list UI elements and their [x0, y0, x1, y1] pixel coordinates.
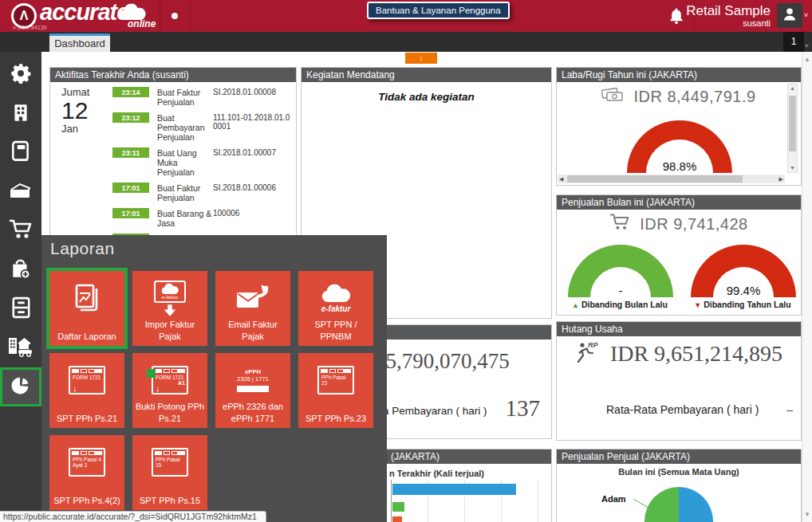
- purchase-bag-icon: [10, 257, 32, 283]
- scroll-down-icon[interactable]: ▼: [802, 511, 812, 518]
- divider: [160, 0, 160, 32]
- notification-dot: [147, 369, 156, 378]
- activity-row[interactable]: 23:11Buat Uang Muka PenjualanSI.2018.01.…: [112, 147, 293, 177]
- sidebar-item-company[interactable]: [0, 94, 41, 133]
- sidebar-item-journal[interactable]: [0, 133, 41, 172]
- tile-label: Impor Faktur Pajak: [134, 319, 206, 342]
- tabbar: Dashboard 1 ˅: [0, 32, 812, 52]
- laporan-tile-spt-pph-ps-23[interactable]: PPh Pasal 23SPT PPh Ps.23: [298, 353, 373, 428]
- logo-text: accurate: [40, 0, 128, 26]
- company-name: Retail Sample: [595, 3, 771, 19]
- tab-dashboard[interactable]: Dashboard: [49, 33, 110, 52]
- activity-reference: 100006: [213, 208, 293, 218]
- activity-time-badge: 17:01: [112, 183, 149, 193]
- topbar: Λ accurate online v 1.0.0 #4139 Retail S…: [0, 0, 812, 32]
- user-menu-button[interactable]: [777, 3, 802, 28]
- settings-icon: [10, 62, 32, 88]
- sidebar-item-fixed-assets[interactable]: [0, 328, 41, 367]
- sidebar-item-sales[interactable]: [0, 211, 41, 250]
- arrow-down-icon: ▼: [694, 301, 701, 309]
- pie-slice-label: Adam: [601, 494, 626, 504]
- tile-label: SPT PPh Ps.4(2): [51, 495, 123, 506]
- sidebar-item-inventory[interactable]: [0, 289, 41, 328]
- scrollbar-thumb[interactable]: [567, 175, 743, 183]
- activity-row[interactable]: 23:14Buat Faktur PenjualanSI.2018.01.000…: [112, 87, 293, 107]
- gauge-value: 99.4%: [713, 284, 774, 297]
- activity-row[interactable]: 17:01Buat Barang & Jasa100006: [112, 208, 293, 228]
- scrollbar-thumb[interactable]: [789, 96, 796, 151]
- laporan-tile-spt-pph-ps-15[interactable]: PPh Pasal 15SPT PPh Ps.15: [132, 435, 207, 510]
- cash-icon: [9, 180, 33, 204]
- tile-label: Daftar Laporan: [51, 331, 123, 342]
- journal-icon: [10, 140, 31, 166]
- efaktur-cloud-icon: e-faktur: [298, 277, 373, 319]
- reports-pie-icon: [10, 375, 32, 400]
- laporan-tile-spt-pph-ps-21[interactable]: FORM 1721↓SPT PPh Ps.21: [49, 353, 124, 428]
- sidebar-item-cash-bank[interactable]: [0, 172, 41, 211]
- panel-title: Aktifitas Terakhir Anda (susanti): [50, 68, 296, 82]
- tab-count-button[interactable]: 1: [783, 32, 804, 52]
- activity-action: Buat Uang Muka Penjualan: [149, 147, 213, 177]
- panel-vertical-scrollbar[interactable]: ▲ ▼: [787, 84, 798, 173]
- laporan-tile-impor-faktur-pajak[interactable]: e-fakturImpor Faktur Pajak: [132, 271, 207, 346]
- gauge-vs-tahun-lalu: 99.4%: [691, 245, 796, 297]
- panel-penjualan-bulan-ini: Penjualan Bulan ini (JAKARTA) IDR 9,741,…: [556, 194, 802, 316]
- menu-title: Laporan: [50, 239, 115, 258]
- activity-action: Buat Barang & Jasa: [149, 208, 213, 228]
- cart-icon: [609, 213, 630, 235]
- help-tooltip: Bantuan & Layanan Pengguna: [367, 2, 510, 19]
- collapse-panel-button[interactable]: ↓: [405, 53, 437, 64]
- gauge-value: 98.8%: [646, 159, 713, 173]
- scroll-up-icon[interactable]: ▲: [788, 84, 797, 92]
- form-icon: PPh Pasal 4 Ayat 2: [49, 442, 124, 483]
- sidebar-item-purchases[interactable]: [0, 250, 41, 289]
- scroll-right-icon[interactable]: ▶: [779, 175, 783, 183]
- sidebar: [0, 52, 41, 522]
- sidebar-item-settings[interactable]: [0, 55, 41, 94]
- page-scrollbar[interactable]: ▲ ▼: [802, 52, 812, 522]
- activity-row[interactable]: 23:12Buat Pembayaran Penjualan111.101-01…: [112, 112, 293, 142]
- company-icon: [10, 102, 31, 126]
- menu-dot-icon[interactable]: [171, 13, 178, 19]
- metric-label: Rata-Rata Pembayaran ( hari ): [606, 403, 759, 416]
- activity-reference: SI.2018.01.00008: [213, 87, 293, 96]
- scroll-up-icon[interactable]: ▲: [802, 56, 812, 63]
- chevron-down-icon[interactable]: ˅: [805, 42, 809, 49]
- activity-action: Buat Faktur Penjualan: [149, 183, 213, 202]
- money-icon: [601, 87, 624, 106]
- gauge-laba-rugi: 98.8%: [627, 120, 732, 173]
- day-name: Jumat: [61, 86, 112, 98]
- laporan-tile-epph-2326-dan-epph-1771[interactable]: ePPH2326 | 1771ePPh 2326 dan ePPh 1771: [215, 353, 290, 428]
- scroll-left-icon[interactable]: ◀: [559, 175, 563, 183]
- sidebar-item-reports[interactable]: [0, 367, 41, 406]
- laporan-tile-spt-pph-ps-4-2[interactable]: PPh Pasal 4 Ayat 2SPT PPh Ps.4(2): [49, 435, 124, 510]
- scroll-down-icon[interactable]: ▼: [788, 164, 797, 172]
- laporan-tile-spt-ppn-ppnbm[interactable]: e-fakturSPT PPN / PPNBM: [298, 271, 373, 346]
- tile-label: Email Faktur Pajak: [217, 319, 289, 342]
- activity-time-badge: 17:01: [112, 208, 149, 218]
- email-faktur-icon: [215, 277, 290, 319]
- app-version: v 1.0.0 #4139: [13, 25, 46, 30]
- report-list-icon: [49, 277, 124, 319]
- panel-laba-rugi: Laba/Rugi Tahun ini (JAKARTA) IDR 8,449,…: [556, 67, 802, 186]
- panel-horizontal-scrollbar[interactable]: ◀ ▶: [558, 175, 785, 183]
- laporan-tile-bukti-potong-pph-ps-21[interactable]: FORM 1721↓A1Bukti Potong PPh Ps.21: [132, 353, 207, 428]
- logged-in-user: susanti: [675, 18, 771, 28]
- metric-value: 137: [506, 395, 541, 422]
- tile-label: ePPh 2326 dan ePPh 1771: [217, 401, 289, 424]
- bar-series-3: [392, 516, 402, 522]
- tile-label: SPT PPh Ps.15: [134, 495, 206, 506]
- chevron-down-icon[interactable]: ˅: [804, 11, 808, 19]
- activity-row[interactable]: 17:01Buat Faktur PenjualanSI.2018.01.000…: [112, 183, 293, 202]
- browser-status-url: https://public.accurate.id/accurate/?_ds…: [0, 511, 266, 522]
- tile-label: Bukti Potong PPh Ps.21: [134, 401, 206, 424]
- laporan-tile-daftar-laporan[interactable]: Daftar Laporan: [49, 271, 124, 346]
- assets-icon: [8, 336, 34, 360]
- sales-cart-icon: [9, 218, 33, 244]
- activity-time-badge: 23:11: [112, 147, 149, 158]
- activity-date: Jumat12Jan: [55, 86, 112, 253]
- activity-action: Buat Pembayaran Penjualan: [149, 112, 213, 142]
- form-icon: PPh Pasal 15: [132, 442, 207, 483]
- laporan-tile-email-faktur-pajak[interactable]: Email Faktur Pajak: [215, 271, 290, 346]
- pie-chart: [644, 487, 713, 522]
